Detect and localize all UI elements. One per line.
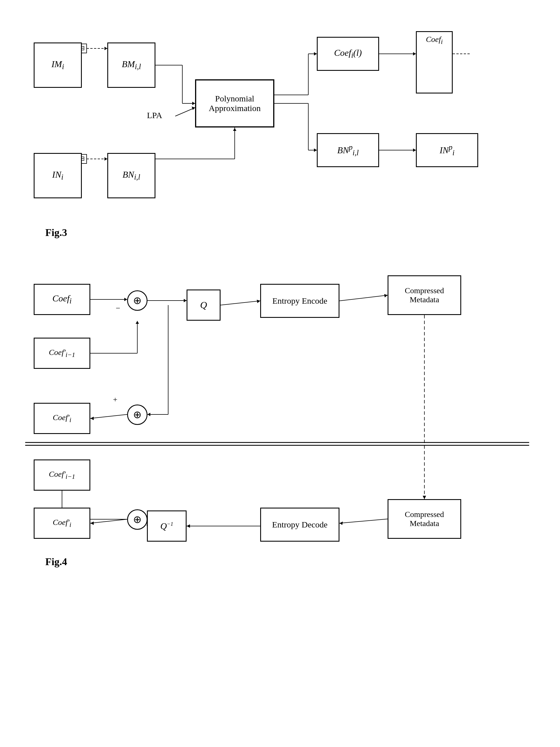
fig4-compressed-meta-bot-label: CompressedMetadata xyxy=(405,510,444,528)
fig3-bm-box: BMi,l xyxy=(107,43,155,88)
fig4-diagram: − + xyxy=(25,261,535,550)
fig4-coef-prime-i1-top-label: Coef'i−1 xyxy=(49,348,75,359)
fig3-poly-box: PolynomialApproximation xyxy=(195,79,274,127)
fig3-coef-l-box: Coefi(l) xyxy=(317,37,379,71)
svg-line-8 xyxy=(175,108,195,116)
svg-marker-51 xyxy=(148,413,150,416)
svg-marker-41 xyxy=(257,300,260,303)
svg-marker-57 xyxy=(423,496,426,499)
fig3-inp-label: INpi xyxy=(440,143,455,157)
svg-line-40 xyxy=(220,301,260,305)
svg-line-58 xyxy=(340,519,388,523)
svg-marker-43 xyxy=(384,294,388,298)
svg-marker-13 xyxy=(314,52,317,55)
fig3-bnp-label: BNpi,l xyxy=(337,143,359,157)
fig3-coef-stack-box: Coefi xyxy=(416,31,453,94)
svg-line-52 xyxy=(90,414,127,418)
fig4-coefi-box: Coefi xyxy=(34,284,90,315)
svg-marker-67 xyxy=(90,521,94,525)
fig3-inp-box: INpi xyxy=(416,133,478,167)
fig4-entropy-encode-label: Entropy Encode xyxy=(272,296,327,306)
fig4-coef-prime-i-bot-box: Coef'i xyxy=(34,508,90,539)
fig3-label: Fig.3 xyxy=(45,227,537,238)
svg-marker-24 xyxy=(233,128,236,131)
fig4-entropy-decode-label: Entropy Decode xyxy=(272,520,327,530)
fig3-lpa-label: LPA xyxy=(147,110,162,120)
fig4-circle-op-2: ⊕ xyxy=(127,405,148,425)
svg-line-66 xyxy=(90,519,127,523)
fig3-bm-label: BMi,l xyxy=(122,59,141,71)
svg-marker-15 xyxy=(413,52,416,55)
svg-marker-28 xyxy=(314,149,317,152)
svg-marker-61 xyxy=(187,524,190,528)
fig4-coef-prime-i1-bot-label: Coef'i−1 xyxy=(49,470,75,481)
fig4-plus-sign-3: ⊕ xyxy=(133,514,141,525)
fig3-svg: ⊟ ⊟ xyxy=(25,28,535,221)
fig4-entropy-decode-box: Entropy Decode xyxy=(260,508,340,542)
fig4-plus-sign-1: ⊕ xyxy=(133,294,141,307)
fig4-entropy-encode-box: Entropy Encode xyxy=(260,284,340,318)
svg-line-42 xyxy=(340,295,388,301)
fig3-imi-box: IMi xyxy=(34,43,82,88)
fig3-ini-box: INi xyxy=(34,153,82,198)
svg-marker-59 xyxy=(340,521,343,525)
fig4-compressed-meta-bot-box: CompressedMetadata xyxy=(388,499,461,539)
svg-marker-20 xyxy=(104,157,107,161)
fig4-plus-sign-2: ⊕ xyxy=(133,409,141,421)
svg-marker-47 xyxy=(136,321,139,324)
fig4-label: Fig.4 xyxy=(45,556,537,568)
fig4-circle-op-3: ⊕ xyxy=(127,509,148,530)
svg-marker-7 xyxy=(192,102,195,105)
fig4-circle-op-1: ⊕ xyxy=(127,290,148,311)
svg-marker-3 xyxy=(104,47,107,50)
fig3-bn-label: BNi,l xyxy=(123,170,140,182)
svg-text:−: − xyxy=(116,304,120,312)
fig3-bnp-box: BNpi,l xyxy=(317,133,379,167)
fig3-diagram: ⊟ ⊟ xyxy=(25,28,535,221)
fig3-coef-l-label: Coefi(l) xyxy=(334,48,362,60)
fig4-Qinv-label: Q−1 xyxy=(160,521,173,532)
svg-marker-53 xyxy=(90,417,94,420)
fig4-coef-prime-i-bot-label: Coef'i xyxy=(53,518,71,529)
fig4-coef-prime-i1-bot-box: Coef'i−1 xyxy=(34,460,90,491)
fig4-Q-label: Q xyxy=(200,300,207,310)
fig4-coef-prime-i1-top-box: Coef'i−1 xyxy=(34,338,90,369)
fig4-coef-prime-i-top-label: Coef'i xyxy=(53,413,71,424)
svg-text:+: + xyxy=(113,395,117,404)
fig4-compressed-meta-top-label: CompressedMetadata xyxy=(405,286,444,304)
fig3-bn-box: BNi,l xyxy=(107,153,155,198)
fig4-coefi-label: Coefi xyxy=(52,293,72,305)
fig3-ini-label: INi xyxy=(52,170,63,182)
fig4-compressed-meta-top-box: CompressedMetadata xyxy=(388,275,461,315)
fig3-imi-label: IMi xyxy=(52,59,64,71)
fig4-coef-prime-i-top-box: Coef'i xyxy=(34,403,90,434)
fig3-poly-label: PolynomialApproximation xyxy=(206,91,263,116)
svg-marker-30 xyxy=(413,149,416,152)
fig4-Qinv-box: Q−1 xyxy=(147,511,187,542)
fig4-Q-box: Q xyxy=(187,289,220,321)
svg-marker-39 xyxy=(184,299,187,302)
svg-marker-37 xyxy=(124,298,127,301)
fig3-coef-stack-label: Coefi xyxy=(426,35,443,46)
svg-marker-9 xyxy=(192,106,195,110)
